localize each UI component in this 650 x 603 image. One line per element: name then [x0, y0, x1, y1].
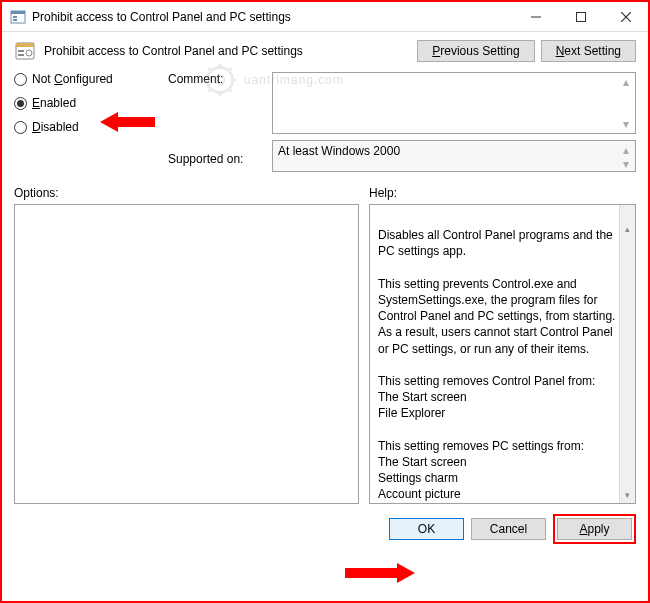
radio-icon: [14, 121, 27, 134]
scrollbar[interactable]: ▴▾: [619, 75, 633, 131]
state-radio-group: Not Configured Enabled Disabled: [14, 72, 154, 172]
apply-highlight: Apply: [553, 514, 636, 544]
policy-title: Prohibit access to Control Panel and PC …: [44, 44, 417, 58]
supported-on-field: At least Windows 2000 ▴▾: [272, 140, 636, 172]
scroll-up-icon[interactable]: ▴: [620, 221, 635, 237]
field-labels: Comment: Supported on:: [168, 72, 258, 172]
options-panel: [14, 204, 359, 504]
content-area: Prohibit access to Control Panel and PC …: [2, 32, 648, 552]
policy-icon: [14, 40, 36, 62]
radio-icon: [14, 73, 27, 86]
svg-marker-24: [345, 563, 415, 583]
svg-rect-5: [576, 12, 585, 21]
cancel-button[interactable]: Cancel: [471, 518, 546, 540]
window-title: Prohibit access to Control Panel and PC …: [32, 10, 513, 24]
footer-buttons: OK Cancel Apply: [14, 514, 636, 544]
previous-setting-button[interactable]: Previous Setting: [417, 40, 534, 62]
supported-label: Supported on:: [168, 152, 258, 166]
apply-button[interactable]: Apply: [557, 518, 632, 540]
ok-button[interactable]: OK: [389, 518, 464, 540]
options-label: Options:: [14, 186, 369, 200]
comment-label: Comment:: [168, 72, 258, 86]
svg-rect-9: [16, 43, 34, 47]
help-panel: Disables all Control Panel programs and …: [369, 204, 636, 504]
radio-label: Not Configured: [32, 72, 113, 86]
radio-label: Enabled: [32, 96, 76, 110]
svg-point-12: [26, 50, 32, 56]
minimize-button[interactable]: [513, 2, 558, 32]
help-text: Disables all Control Panel programs and …: [378, 228, 615, 504]
window-controls: [513, 2, 648, 32]
svg-rect-11: [18, 54, 24, 56]
svg-rect-10: [18, 50, 24, 52]
maximize-button[interactable]: [558, 2, 603, 32]
scroll-down-icon[interactable]: ▾: [620, 487, 635, 503]
supported-on-value: At least Windows 2000: [278, 144, 400, 158]
svg-line-7: [621, 12, 631, 22]
annotation-arrow: [345, 560, 415, 586]
svg-rect-3: [13, 19, 17, 21]
svg-rect-2: [13, 16, 17, 18]
radio-label: Disabled: [32, 120, 79, 134]
comment-field[interactable]: ▴▾: [272, 72, 636, 134]
svg-rect-1: [11, 11, 25, 14]
scrollbar[interactable]: ▴▾: [619, 143, 633, 169]
help-label: Help:: [369, 186, 397, 200]
titlebar: Prohibit access to Control Panel and PC …: [2, 2, 648, 32]
radio-enabled[interactable]: Enabled: [14, 96, 154, 110]
svg-line-6: [621, 12, 631, 22]
radio-not-configured[interactable]: Not Configured: [14, 72, 154, 86]
window-icon: [10, 9, 26, 25]
next-setting-button[interactable]: Next Setting: [541, 40, 636, 62]
radio-icon: [14, 97, 27, 110]
close-button[interactable]: [603, 2, 648, 32]
scrollbar[interactable]: ▴ ▾: [619, 205, 635, 503]
radio-disabled[interactable]: Disabled: [14, 120, 154, 134]
header-row: Prohibit access to Control Panel and PC …: [14, 40, 636, 62]
